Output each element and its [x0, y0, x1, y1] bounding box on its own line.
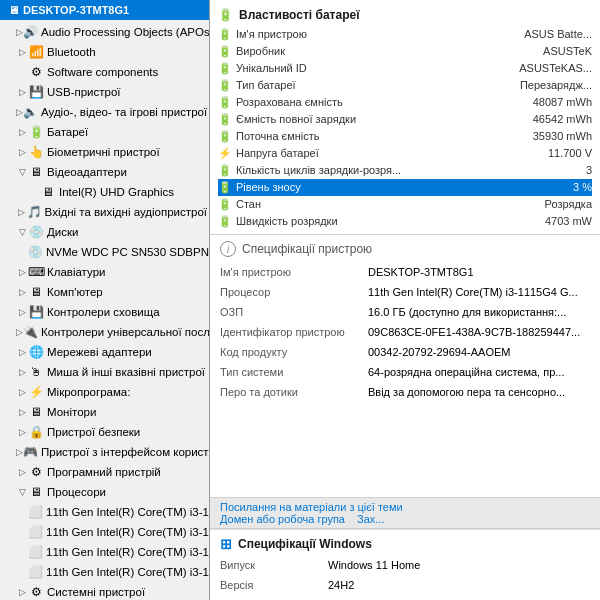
prop-icon: 🔋: [218, 60, 236, 77]
tree-item-label: Вхідні та вихідні аудіопристрої: [45, 203, 207, 221]
tree-item-computer[interactable]: ▷🖥Комп'ютер: [0, 282, 209, 302]
spec-label: Ідентифікатор пристрою: [220, 323, 360, 341]
tree-item-icon: 🖱: [28, 363, 44, 381]
tree-item-proc[interactable]: ▽🖥Процесори: [0, 482, 209, 502]
tree-item-network[interactable]: ▷🌐Мережеві адаптери: [0, 342, 209, 362]
device-specs-section: i Специфікації пристрою Ім'я пристроюDES…: [210, 235, 600, 497]
spec-value: Ввід за допомогою пера та сенсорно...: [368, 383, 590, 401]
tree-item-icon: ⬜: [28, 503, 43, 521]
tree-item-security[interactable]: ▷🔒Пристрої безпеки: [0, 422, 209, 442]
tree-item-label: Процесори: [47, 483, 106, 501]
tree-chevron: ▷: [16, 403, 28, 421]
prop-value: ASUS Batte...: [487, 26, 592, 43]
prop-icon: 🔋: [218, 77, 236, 94]
tree-item-icon: 💾: [28, 83, 44, 101]
prop-icon: 🔋: [218, 94, 236, 111]
divider-bar: Посилання на матеріали з цієї теми Домен…: [210, 497, 600, 529]
battery-prop-row: 🔋Кількість циклів зарядки-розря...3: [218, 162, 592, 179]
tree-item-label: Системні пристрої: [47, 583, 145, 600]
tree-item-universal[interactable]: ▷🔌Контролери універсальної послідовної ш…: [0, 322, 209, 342]
device-manager-title: DESKTOP-3TMT8G1: [23, 4, 129, 16]
tree-item-label: USB-пристрої: [47, 83, 121, 101]
tree-item-icon: ⚙: [28, 583, 44, 600]
tree-item-video[interactable]: ▽🖥Відеоадаптери: [0, 162, 209, 182]
tree-item-icon: 🔌: [23, 323, 38, 341]
tree-chevron: ▷: [16, 283, 28, 301]
tree-item-icon: ⌨: [28, 263, 44, 281]
battery-prop-row: 🔋Ємність повної зарядки46542 mWh: [218, 111, 592, 128]
prop-icon: 🔋: [218, 196, 236, 213]
tree-item-cpu3[interactable]: ⬜11th Gen Intel(R) Core(TM) i3-1115G4 @ …: [0, 542, 209, 562]
tree-item-icon: 🔋: [28, 123, 44, 141]
prop-icon: 🔋: [218, 111, 236, 128]
prop-value: Перезарядж...: [487, 77, 592, 94]
prop-value: 48087 mWh: [487, 94, 592, 111]
device-manager-panel: 🖥 DESKTOP-3TMT8G1 ▷🔊Audio Processing Obj…: [0, 0, 210, 600]
tree-item-cpu4[interactable]: ⬜11th Gen Intel(R) Core(TM) i3-1115G4 @ …: [0, 562, 209, 582]
tree-chevron: ▷: [16, 583, 28, 600]
prop-value: ASUSTeK: [487, 43, 592, 60]
tree-item-keyboard[interactable]: ▷⌨Клавіатури: [0, 262, 209, 282]
computer-icon: 🖥: [8, 4, 19, 16]
tree-item-intel[interactable]: 🖥Intel(R) UHD Graphics: [0, 182, 209, 202]
tree-item-icon: 🖥: [28, 403, 44, 421]
prop-icon: 🔋: [218, 179, 236, 196]
tree-item-label: 11th Gen Intel(R) Core(TM) i3-1115G4 @ 3…: [46, 563, 209, 581]
tree-item-software[interactable]: ⚙Software components: [0, 62, 209, 82]
tree-item-software2[interactable]: ▷⚙Програмний пристрій: [0, 462, 209, 482]
prop-name: Напруга батареї: [236, 145, 487, 162]
tree-item-micro[interactable]: ▷⚡Мікропрограма:: [0, 382, 209, 402]
tree-item-disks[interactable]: ▽💿Диски: [0, 222, 209, 242]
info-icon: i: [220, 241, 236, 257]
prop-name: Стан: [236, 196, 487, 213]
prop-name: Виробник: [236, 43, 487, 60]
divider-label: Посилання на матеріали з цієї теми: [220, 501, 403, 513]
device-tree: ▷🔊Audio Processing Objects (APOs)▷📶Bluet…: [0, 20, 209, 600]
battery-prop-row: ⚡Напруга батареї11.700 V: [218, 145, 592, 162]
tree-item-audio2[interactable]: ▷🔈Аудіо-, відео- та ігрові пристрої: [0, 102, 209, 122]
divider-link[interactable]: Зах...: [357, 513, 384, 525]
spec-value: 09C863CE-0FE1-438A-9C7B-188259447...: [368, 323, 590, 341]
tree-item-bluetooth[interactable]: ▷📶Bluetooth: [0, 42, 209, 62]
windows-logo-icon: ⊞: [220, 536, 232, 552]
tree-item-label: 11th Gen Intel(R) Core(TM) i3-1115G4 @ 3…: [46, 543, 209, 561]
tree-chevron: ▷: [16, 423, 28, 441]
tree-item-icon: 🖥: [40, 183, 56, 201]
battery-prop-row: 🔋Ім'я пристроюASUS Batte...: [218, 26, 592, 43]
tree-item-usb[interactable]: ▷💾USB-пристрої: [0, 82, 209, 102]
prop-name: Розрахована ємність: [236, 94, 487, 111]
win-spec-value: 24H2: [328, 576, 590, 594]
spec-value: 64-розрядна операційна система, пр...: [368, 363, 590, 381]
spec-value: 16.0 ГБ (доступно для використання:...: [368, 303, 590, 321]
tree-item-icon: 💿: [28, 243, 43, 261]
tree-item-icon: 🌐: [28, 343, 44, 361]
tree-item-mouse[interactable]: ▷🖱Миша й інші вказівні пристрої: [0, 362, 209, 382]
tree-item-battery[interactable]: ▷🔋Батареї: [0, 122, 209, 142]
tree-item-cpu2[interactable]: ⬜11th Gen Intel(R) Core(TM) i3-1115G4 @ …: [0, 522, 209, 542]
prop-name: Ємність повної зарядки: [236, 111, 487, 128]
divider-link[interactable]: Домен або робоча група: [220, 513, 345, 525]
tree-item-nvme[interactable]: 💿NVMe WDC PC SN530 SDBPNPZ-256G-1002: [0, 242, 209, 262]
tree-item-audio3[interactable]: ▷🎵Вхідні та вихідні аудіопристрої: [0, 202, 209, 222]
tree-item-label: Контролери сховища: [47, 303, 160, 321]
tree-chevron: ▷: [16, 303, 28, 321]
tree-item-label: Комп'ютер: [47, 283, 103, 301]
tree-item-label: Bluetooth: [47, 43, 96, 61]
prop-name: Рівень зносу: [236, 179, 487, 196]
panel-title: 🖥 DESKTOP-3TMT8G1: [0, 0, 209, 20]
tree-item-label: Software components: [47, 63, 158, 81]
tree-item-cpu1[interactable]: ⬜11th Gen Intel(R) Core(TM) i3-1115G4 @ …: [0, 502, 209, 522]
tree-chevron: ▷: [16, 323, 23, 341]
tree-item-icon: 🎵: [27, 203, 42, 221]
tree-item-audio[interactable]: ▷🔊Audio Processing Objects (APOs): [0, 22, 209, 42]
tree-item-biometric[interactable]: ▷👆Біометричні пристрої: [0, 142, 209, 162]
tree-item-label: Диски: [47, 223, 78, 241]
tree-item-monitor[interactable]: ▷🖥Монітори: [0, 402, 209, 422]
device-specs-title: i Специфікації пристрою: [220, 241, 590, 257]
tree-item-icon: ⬜: [28, 543, 43, 561]
tree-item-system[interactable]: ▷⚙Системні пристрої: [0, 582, 209, 600]
tree-item-storage[interactable]: ▷💾Контролери сховища: [0, 302, 209, 322]
tree-item-icon: 🖥: [28, 483, 44, 501]
prop-icon: 🔋: [218, 128, 236, 145]
tree-item-interface[interactable]: ▷🎮Пристрої з інтерфейсом користувача: [0, 442, 209, 462]
